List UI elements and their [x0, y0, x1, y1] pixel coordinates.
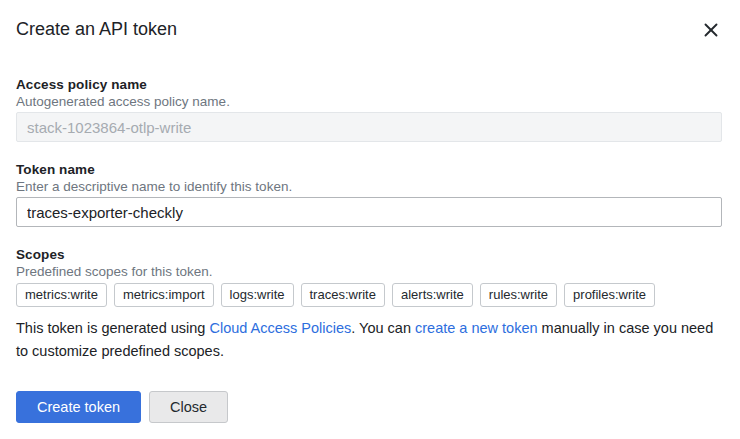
- dialog-actions: Create token Close: [16, 391, 722, 423]
- scopes-description: Predefined scopes for this token.: [16, 264, 722, 280]
- access-policy-input: [16, 112, 722, 142]
- scopes-label: Scopes: [16, 247, 722, 263]
- create-api-token-dialog: Create an API token Access policy name A…: [0, 0, 740, 439]
- token-name-label: Token name: [16, 162, 722, 178]
- scope-badge: metrics:import: [114, 283, 214, 307]
- close-button[interactable]: Close: [149, 391, 228, 423]
- scopes-field: Scopes Predefined scopes for this token.…: [16, 247, 722, 307]
- note-text: This token is generated using: [16, 320, 209, 336]
- access-policy-label: Access policy name: [16, 77, 722, 93]
- token-name-input[interactable]: [16, 197, 722, 227]
- access-policy-description: Autogenerated access policy name.: [16, 94, 722, 110]
- token-name-description: Enter a descriptive name to identify thi…: [16, 179, 722, 195]
- scope-badge: rules:write: [480, 283, 557, 307]
- cloud-access-policies-link[interactable]: Cloud Access Policies: [209, 320, 351, 336]
- scope-badge: traces:write: [301, 283, 385, 307]
- create-new-token-link[interactable]: create a new token: [415, 320, 538, 336]
- scope-badges: metrics:write metrics:import logs:write …: [16, 283, 722, 307]
- close-icon[interactable]: [700, 19, 722, 41]
- dialog-title: Create an API token: [16, 18, 177, 40]
- dialog-header: Create an API token: [16, 18, 722, 41]
- token-generation-note: This token is generated using Cloud Acce…: [16, 317, 716, 363]
- scope-badge: alerts:write: [392, 283, 473, 307]
- access-policy-field: Access policy name Autogenerated access …: [16, 77, 722, 142]
- scope-badge: logs:write: [221, 283, 294, 307]
- token-name-field: Token name Enter a descriptive name to i…: [16, 162, 722, 227]
- create-token-button[interactable]: Create token: [16, 391, 141, 423]
- scope-badge: profiles:write: [564, 283, 655, 307]
- note-text: . You can: [351, 320, 415, 336]
- scope-badge: metrics:write: [16, 283, 107, 307]
